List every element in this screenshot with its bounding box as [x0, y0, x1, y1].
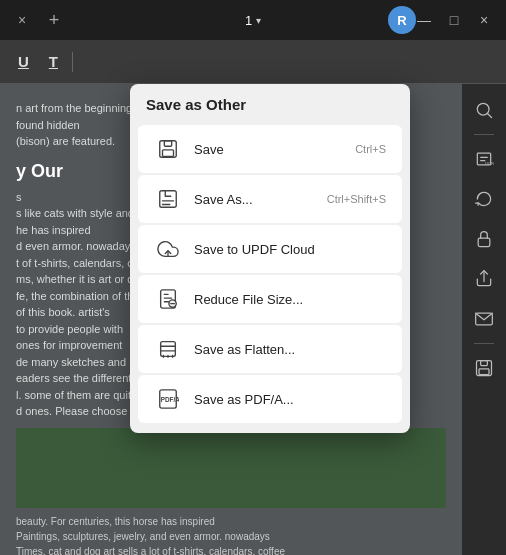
rotate-icon-button[interactable]: [466, 181, 502, 217]
sidebar-separator-2: [474, 343, 494, 344]
search-icon: [474, 100, 494, 120]
close-window-button[interactable]: ×: [470, 6, 498, 34]
maximize-button[interactable]: □: [440, 6, 468, 34]
title-bar-left: × +: [8, 6, 68, 34]
share-icon: [474, 269, 494, 289]
minimize-button[interactable]: —: [410, 6, 438, 34]
svg-rect-13: [164, 141, 171, 147]
chevron-down-icon: ▾: [256, 15, 261, 26]
reduce-size-menu-item[interactable]: Reduce File Size...: [138, 275, 402, 323]
save-menu-icon: [154, 135, 182, 163]
svg-text:PDF/A: PDF/A: [161, 396, 179, 403]
svg-point-0: [477, 103, 489, 115]
doc-caption-3: Times, cat and dog art sells a lot of t-…: [16, 544, 446, 556]
svg-rect-6: [478, 238, 490, 246]
save-cloud-label: Save to UPDF Cloud: [194, 242, 374, 257]
mail-icon-button[interactable]: [466, 301, 502, 337]
toolbar: U T: [0, 40, 506, 84]
toolbar-separator: [72, 52, 73, 72]
save-label: Save: [194, 142, 343, 157]
save-menu-item[interactable]: Save Ctrl+S: [138, 125, 402, 173]
save-shortcut: Ctrl+S: [355, 143, 386, 155]
mail-icon: [474, 309, 494, 329]
ocr-icon-button[interactable]: OCR: [466, 141, 502, 177]
svg-line-1: [488, 114, 492, 118]
share-icon-button[interactable]: [466, 261, 502, 297]
svg-rect-11: [479, 369, 489, 375]
save-icon-button[interactable]: [466, 350, 502, 386]
save-pdfa-menu-item[interactable]: PDF/A Save as PDF/A...: [138, 375, 402, 423]
search-icon-button[interactable]: [466, 92, 502, 128]
save-flatten-menu-item[interactable]: Save as Flatten...: [138, 325, 402, 373]
sidebar-separator-1: [474, 134, 494, 135]
window-controls: — □ ×: [410, 6, 498, 34]
save-cloud-menu-item[interactable]: Save to UPDF Cloud: [138, 225, 402, 273]
svg-rect-10: [481, 361, 488, 366]
tab-close-button[interactable]: ×: [8, 6, 36, 34]
save-as-other-dropdown: Save as Other Save Ctrl+S Save As... Ctr…: [130, 84, 410, 433]
save-flatten-menu-icon: [154, 335, 182, 363]
dropdown-title: Save as Other: [130, 96, 410, 123]
title-bar: × + 1 ▾ R — □ ×: [0, 0, 506, 40]
save-as-menu-icon: [154, 185, 182, 213]
save-flatten-label: Save as Flatten...: [194, 342, 374, 357]
reduce-size-menu-icon: [154, 285, 182, 313]
save-as-label: Save As...: [194, 192, 315, 207]
lock-icon-button[interactable]: [466, 221, 502, 257]
tab-add-button[interactable]: +: [40, 6, 68, 34]
text-button[interactable]: T: [43, 49, 64, 74]
save-cloud-menu-icon: [154, 235, 182, 263]
save-icon: [474, 358, 494, 378]
rotate-icon: [474, 189, 494, 209]
page-indicator[interactable]: 1 ▾: [245, 13, 261, 28]
lock-icon: [474, 229, 494, 249]
underline-button[interactable]: U: [12, 49, 35, 74]
page-number: 1: [245, 13, 252, 28]
svg-rect-14: [163, 150, 174, 156]
svg-rect-19: [161, 342, 176, 357]
save-as-shortcut: Ctrl+Shift+S: [327, 193, 386, 205]
svg-text:OCR: OCR: [485, 161, 494, 166]
doc-caption-1: beauty. For centuries, this horse has in…: [16, 514, 446, 529]
save-pdfa-label: Save as PDF/A...: [194, 392, 374, 407]
doc-image: [16, 428, 446, 508]
reduce-size-label: Reduce File Size...: [194, 292, 374, 307]
ocr-icon: OCR: [474, 149, 494, 169]
save-as-menu-item[interactable]: Save As... Ctrl+Shift+S: [138, 175, 402, 223]
doc-caption-2: Paintings, sculptures, jewelry, and even…: [16, 529, 446, 544]
save-pdfa-menu-icon: PDF/A: [154, 385, 182, 413]
right-sidebar: OCR: [462, 84, 506, 555]
